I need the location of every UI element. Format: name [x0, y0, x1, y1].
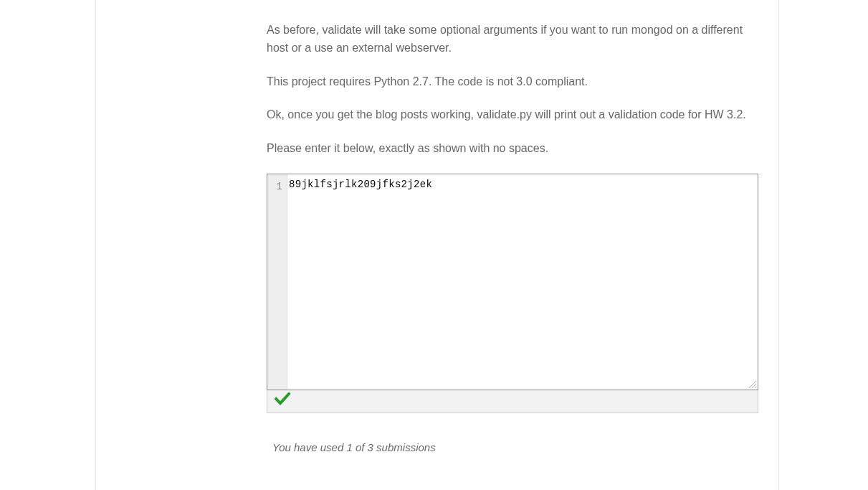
- line-number-gutter: 1: [267, 174, 287, 390]
- line-number: 1: [277, 181, 282, 192]
- sidebar-spacer: [0, 0, 96, 490]
- status-bar: [267, 390, 758, 413]
- code-input[interactable]: [287, 174, 758, 390]
- instruction-paragraph-2: This project requires Python 2.7. The co…: [267, 73, 758, 91]
- code-editor: 1: [267, 174, 758, 390]
- content-wrapper: As before, validate will take some optio…: [96, 0, 779, 490]
- instruction-paragraph-4: Please enter it below, exactly as shown …: [267, 140, 758, 158]
- instruction-paragraph-1: As before, validate will take some optio…: [267, 22, 758, 57]
- instruction-paragraph-3: Ok, once you get the blog posts working,…: [267, 106, 758, 124]
- check-icon: [275, 392, 290, 411]
- resize-handle-icon[interactable]: [748, 380, 756, 388]
- submissions-note: You have used 1 of 3 submissions: [272, 439, 758, 456]
- svg-line-2: [755, 387, 756, 388]
